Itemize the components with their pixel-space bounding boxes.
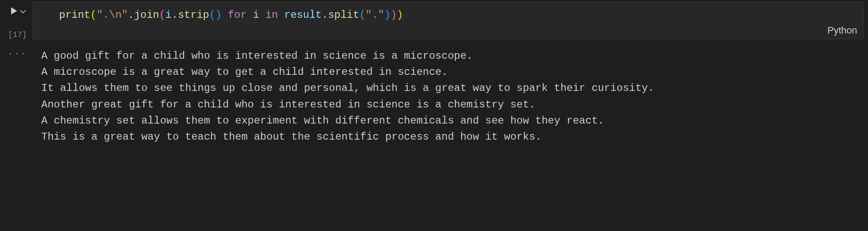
code-token: (: [359, 9, 365, 21]
code-token: ): [384, 9, 390, 21]
code-token: .: [128, 9, 134, 21]
code-token: [259, 9, 265, 21]
code-token: print: [59, 9, 90, 21]
code-token: .: [172, 9, 178, 21]
code-token: ): [390, 9, 396, 21]
code-token: (: [159, 9, 165, 21]
output-collapse-icon[interactable]: ···: [2, 46, 33, 154]
code-line[interactable]: print(".\n".join(i.strip() for i in resu…: [59, 8, 855, 22]
code-token: ".": [366, 9, 384, 21]
language-label[interactable]: Python: [828, 25, 858, 36]
notebook-view: [17] print(".\n".join(i.strip() for i in…: [0, 0, 868, 154]
chevron-down-icon[interactable]: [20, 7, 26, 17]
code-token: ".\n": [96, 9, 128, 21]
code-editor[interactable]: print(".\n".join(i.strip() for i in resu…: [33, 2, 864, 39]
code-token: (: [90, 9, 96, 21]
run-cell-icon[interactable]: [9, 6, 18, 18]
code-token: ): [397, 9, 403, 21]
execution-count: [17]: [8, 30, 26, 39]
code-token: [278, 9, 284, 21]
code-token: for: [228, 9, 247, 21]
code-token: join: [134, 9, 159, 21]
code-token: i: [165, 9, 172, 21]
cell-gutter: [17]: [2, 2, 33, 39]
code-token: [247, 9, 253, 21]
code-token: ): [215, 9, 221, 21]
code-cell: [17] print(".\n".join(i.strip() for i in…: [2, 2, 868, 39]
output-text: A good gift for a child who is intereste…: [33, 46, 868, 154]
code-token: i: [253, 9, 259, 21]
code-token: (: [209, 9, 215, 21]
code-token: result: [284, 9, 322, 21]
output-cell: ··· A good gift for a child who is inter…: [2, 46, 868, 154]
code-token: strip: [178, 9, 209, 21]
code-token: in: [265, 9, 278, 21]
code-token: [222, 9, 228, 21]
code-token: .: [322, 9, 328, 21]
code-token: split: [328, 9, 359, 21]
